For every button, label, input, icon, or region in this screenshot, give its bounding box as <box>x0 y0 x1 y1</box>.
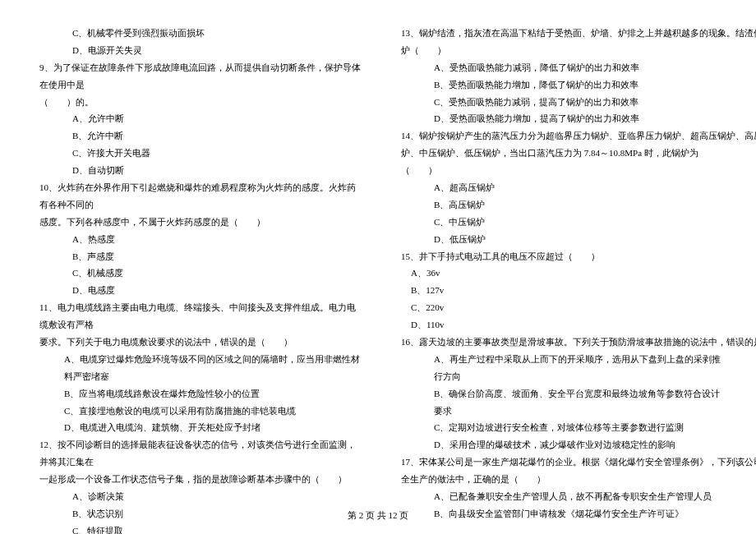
q14-option-b: B、高压锅炉 <box>394 196 723 214</box>
q11-option-d: D、电缆进入电缆沟、建筑物、开关柜处应予封堵 <box>33 419 362 436</box>
q9-option-d: D、自动切断 <box>33 162 362 179</box>
q10-option-d: D、电感度 <box>33 282 362 299</box>
q10-option-c: C、机械感度 <box>33 265 362 282</box>
q15-stem: 15、井下手持式电动工具的电压不应超过（ ） <box>394 248 723 265</box>
q17-stem-line1: 17、宋体某公司是一家生产烟花爆竹的企业。根据《烟化爆竹安全管理条例》，下列该公… <box>394 453 723 471</box>
q13-stem-line1: 13、锅炉结渣，指灰渣在高温下粘结于受热面、炉墙、炉排之上并越积越多的现象。结渣… <box>394 25 723 42</box>
q12-stem-line2: 一起形成一个设备工作状态信号子集，指的是故障诊断基本步骤中的（ ） <box>33 471 362 488</box>
q11-stem-line1: 11、电力电缆线路主要由电力电缆、终端接头、中间接头及支撑件组成。电力电缆敷设有… <box>33 299 362 334</box>
q14-option-a: A、超高压锅炉 <box>394 179 723 196</box>
q8-option-d: D、电源开关失灵 <box>33 42 362 59</box>
q13-option-b: B、受热面吸热能力增加，降低了锅炉的出力和效率 <box>394 76 723 94</box>
q15-option-b: B、127v <box>394 282 723 299</box>
q15-option-c: C、220v <box>394 299 723 316</box>
q16-option-d: D、采用合理的爆破技术，减少爆破作业对边坡稳定性的影响 <box>394 436 723 453</box>
q11-option-a: A、电缆穿过爆炸危险环境等级不同的区域之间的隔墙时，应当用非燃性材料严密堵塞 <box>33 351 362 385</box>
q15-option-a: A、36v <box>394 265 723 282</box>
q11-option-b: B、应当将电缆线路敷设在爆炸危险性较小的位置 <box>33 385 362 403</box>
q15-option-d: D、110v <box>394 316 723 334</box>
q9-option-c: C、许接大开关电器 <box>33 145 362 162</box>
q13-option-d: D、受热面吸热能力增加，提高了锅炉的出力和效率 <box>394 110 723 127</box>
q10-stem-line1: 10、火炸药在外界作用下引起燃烧和爆炸的难易程度称为火炸药的感度。火炸药有各种不… <box>33 179 362 214</box>
q11-stem-line2: 要求。下列关于电力电缆敷设要求的说法中，错误的是（ ） <box>33 334 362 351</box>
q13-option-c: C、受热面吸热能力减弱，提高了锅炉的出力和效率 <box>394 94 723 111</box>
q14-stem-line1: 14、锅炉按锅炉产生的蒸汽压力分为超临界压力锅炉、亚临界压力锅炉、超高压锅炉、高… <box>394 127 723 145</box>
q9-option-a: A、允许中断 <box>33 110 362 127</box>
q16-option-c: C、定期对边坡进行安全检查，对坡体位移等主要参数进行监测 <box>394 419 723 436</box>
q14-option-c: C、中压锅炉 <box>394 214 723 231</box>
q10-option-a: A、热感度 <box>33 231 362 248</box>
q16-option-a: A、再生产过程中采取从上而下的开采顺序，选用从下盘到上盘的采剥推行方向 <box>394 351 723 385</box>
page-footer: 第 2 页 共 12 页 <box>0 507 756 524</box>
q9-stem-line2: （ ）的。 <box>33 94 362 111</box>
q12-option-a: A、诊断决策 <box>33 488 362 505</box>
q10-stem-line2: 感度。下列各种感度中，不属于火炸药感度的是（ ） <box>33 214 362 231</box>
q17-stem-line2: 全生产的做法中，正确的是（ ） <box>394 471 723 488</box>
q11-option-c: C、直接埋地敷设的电缆可以采用有防腐措施的非铠装电缆 <box>33 403 362 420</box>
q14-option-d: D、低压锅炉 <box>394 231 723 248</box>
q13-option-a: A、受热面吸热能力减弱，降低了锅炉的出力和效率 <box>394 59 723 76</box>
q10-option-b: B、声感度 <box>33 248 362 265</box>
q17-option-a: A、已配备兼职安全生产管理人员，故不再配备专职安全生产管理人员 <box>394 488 723 505</box>
q13-stem-line2: 炉（ ） <box>394 42 723 59</box>
q8-option-c: C、机械零件受到强烈振动面损坏 <box>33 25 362 42</box>
q16-option-b: B、确保台阶高度、坡面角、安全平台宽度和最终边坡角等参数符合设计要求 <box>394 385 723 420</box>
q14-stem-line2: 炉、中压锅炉、低压锅炉，当出口蒸汽压力为 7.84～10.8MPa 时，此锅炉为… <box>394 145 723 179</box>
q9-option-b: B、允许中断 <box>33 127 362 145</box>
q9-stem-line1: 9、为了保证在故障条件下形成故障电流回路，从而提供自动切断条件，保护导体在使用中… <box>33 59 362 94</box>
q16-stem: 16、露天边坡的主要事故类型是滑坡事故。下列关于预防滑坡事故措施的说法中，错误的… <box>394 334 723 351</box>
q12-stem-line1: 12、按不同诊断目的选择最能表征设备状态的信号，对该类信号进行全面监测，并将其汇… <box>33 436 362 471</box>
